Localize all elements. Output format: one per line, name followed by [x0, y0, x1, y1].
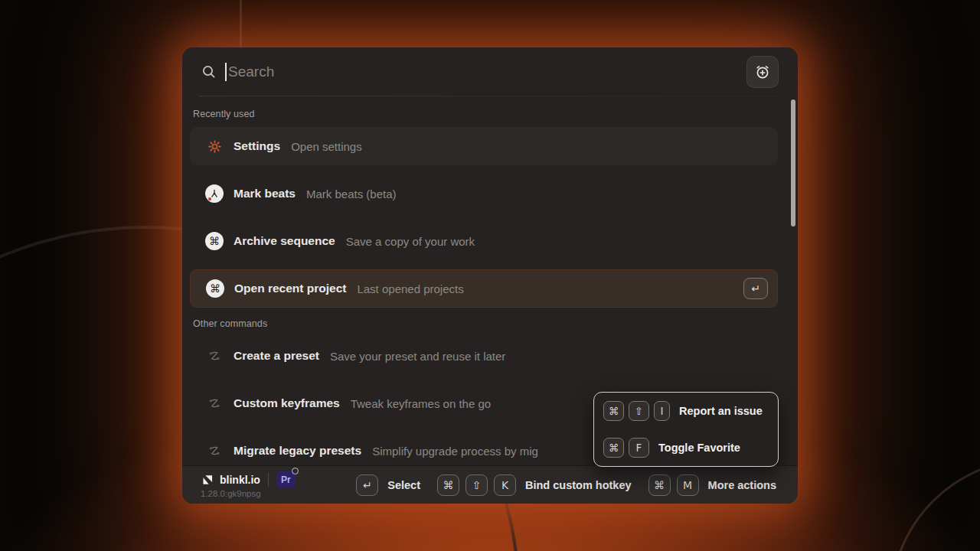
m-key: M: [677, 474, 699, 496]
text-caret: [225, 63, 227, 81]
k-key: K: [494, 474, 516, 496]
item-title: Mark beats: [234, 187, 296, 201]
search-bar: [182, 47, 798, 96]
list-item-open-recent-project[interactable]: ⌘ Open recent project Last opened projec…: [190, 269, 778, 308]
brand-divider: [268, 473, 269, 487]
background-line: [240, 0, 242, 49]
search-input[interactable]: [228, 64, 746, 80]
sparkle-icon: [292, 468, 299, 474]
section-label-other-commands: Other commands: [193, 318, 778, 329]
footer-actions: ↵ Select ⌘ ⇧ K Bind custom hotkey ⌘ M Mo…: [356, 474, 776, 496]
premiere-pro-icon: Pr: [276, 471, 296, 488]
command-palette: Recently used Settings Open settings: [182, 47, 798, 504]
enter-key: ↵: [356, 474, 378, 496]
shortcut-label: Toggle Favorite: [658, 442, 740, 454]
search-icon: [201, 64, 217, 80]
item-title: Settings: [234, 139, 280, 153]
shortcut-popup: ⌘ ⇧ I Report an issue ⌘ F Toggle Favorit…: [593, 392, 779, 467]
item-title: Create a preset: [234, 349, 319, 363]
select-action-label[interactable]: Select: [387, 479, 420, 491]
item-subtitle: Tweak keyframes on the go: [351, 397, 491, 410]
version-label: 1.28.0:gk9npsg: [201, 489, 296, 498]
brand-name: blinkl.io: [220, 474, 260, 486]
background-ring: [890, 458, 980, 551]
bind-hotkey-action-label[interactable]: Bind custom hotkey: [525, 479, 632, 491]
command-key: ⌘: [648, 474, 671, 496]
item-subtitle: Simplify upgrade process by mig: [372, 445, 538, 458]
script-icon: [205, 394, 224, 412]
list-item-mark-beats[interactable]: Mark beats Mark beats (beta): [190, 174, 778, 213]
shortcut-label: Report an issue: [679, 405, 763, 417]
i-key: I: [654, 401, 670, 421]
add-alarm-button[interactable]: [746, 56, 779, 88]
brand-block: blinkl.io Pr 1.28.0:gk9npsg: [201, 471, 296, 498]
footer-bar: blinkl.io Pr 1.28.0:gk9npsg ↵ Select ⌘ ⇧…: [182, 465, 798, 504]
item-subtitle: Open settings: [291, 140, 362, 153]
shortcut-report-issue[interactable]: ⌘ ⇧ I Report an issue: [603, 401, 769, 421]
command-key: ⌘: [437, 474, 459, 496]
item-subtitle: Save a copy of your work: [346, 235, 475, 248]
scrollbar-thumb[interactable]: [791, 99, 795, 227]
alarm-plus-icon: [753, 63, 772, 81]
command-icon: ⌘: [206, 279, 224, 298]
f-key: F: [629, 438, 649, 458]
item-title: Migrate legacy presets: [234, 444, 361, 458]
item-title: Open recent project: [234, 282, 346, 295]
shortcut-toggle-favorite[interactable]: ⌘ F Toggle Favorite: [603, 438, 769, 458]
list-item-settings[interactable]: Settings Open settings: [190, 127, 778, 165]
beat-dot: [208, 197, 211, 201]
item-subtitle: Save your preset and reuse it later: [330, 350, 505, 363]
gear-icon: [205, 137, 224, 155]
script-icon: [205, 347, 224, 365]
shift-key: ⇧: [629, 401, 649, 421]
list-item-create-a-preset[interactable]: Create a preset Save your preset and reu…: [190, 337, 778, 375]
item-title: Archive sequence: [234, 234, 335, 248]
screen: Recently used Settings Open settings: [0, 0, 980, 551]
command-key: ⌘: [603, 438, 624, 458]
command-icon: ⌘: [205, 232, 224, 250]
metronome-icon: [205, 184, 224, 203]
item-subtitle: Mark beats (beta): [306, 187, 397, 201]
script-icon: [205, 442, 224, 460]
list-item-archive-sequence[interactable]: ⌘ Archive sequence Save a copy of your w…: [190, 222, 778, 260]
more-actions-label[interactable]: More actions: [708, 479, 776, 491]
section-label-recently-used: Recently used: [193, 109, 778, 119]
shift-key: ⇧: [466, 474, 488, 496]
enter-key-icon: ↵: [743, 278, 768, 299]
command-key: ⌘: [603, 401, 624, 421]
item-subtitle: Last opened projects: [357, 282, 463, 295]
item-title: Custom keyframes: [234, 396, 340, 410]
blinkl-logo-icon: [201, 474, 214, 486]
